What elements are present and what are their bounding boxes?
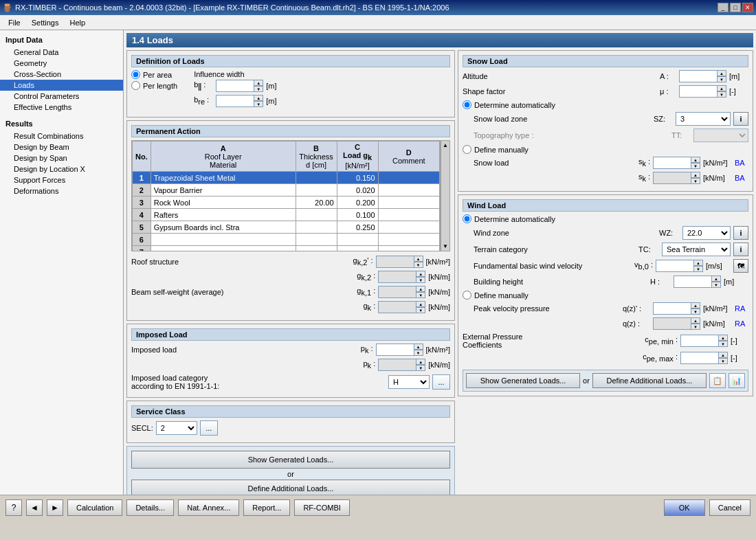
terrain-info-btn[interactable]: i bbox=[733, 243, 748, 256]
row-comment[interactable] bbox=[378, 172, 439, 184]
icon-btn-2[interactable]: 📊 bbox=[729, 373, 745, 388]
cpe-min-input[interactable]: -2.500 bbox=[680, 335, 718, 347]
ok-btn[interactable]: OK bbox=[664, 499, 705, 516]
snow-radio-auto[interactable]: Determine automatically bbox=[463, 100, 748, 109]
sk-prime-input[interactable]: 0.690 bbox=[653, 157, 691, 169]
row-material[interactable] bbox=[151, 234, 296, 246]
cancel-btn[interactable]: Cancel bbox=[709, 499, 751, 516]
wind-radio-auto[interactable]: Determine automatically bbox=[463, 214, 748, 223]
sidebar-item-support-forces[interactable]: Support Forces bbox=[0, 175, 123, 185]
table-scroll[interactable]: No. A Roof Layer Material B bbox=[131, 140, 441, 251]
sidebar-item-design-by-location[interactable]: Design by Location X bbox=[0, 164, 123, 175]
building-height-input[interactable]: 15.000 bbox=[674, 275, 711, 288]
table-row[interactable]: 6 bbox=[133, 234, 440, 246]
row-thickness[interactable] bbox=[296, 246, 337, 251]
bii-up[interactable]: ▲ bbox=[254, 80, 263, 86]
sidebar-item-result-combinations[interactable]: Result Combinations bbox=[0, 131, 123, 142]
cpe-max-spinner[interactable]: 0.200 ▲ ▼ bbox=[680, 352, 728, 364]
row-material[interactable]: Trapezoidal Sheet Metal bbox=[151, 172, 296, 184]
calculation-btn[interactable]: Calculation bbox=[67, 499, 122, 516]
shape-down[interactable]: ▼ bbox=[717, 91, 726, 98]
cpe-min-down[interactable]: ▼ bbox=[718, 341, 728, 347]
snow-zone-info-btn[interactable]: i bbox=[733, 112, 748, 126]
wind-define-additional-loads-btn[interactable]: Define Additional Loads... bbox=[592, 373, 707, 388]
row-load[interactable]: 0.020 bbox=[337, 184, 378, 196]
table-row[interactable]: 7 bbox=[133, 246, 440, 251]
row-material[interactable]: Rafters bbox=[151, 209, 296, 221]
sk-prime-spinner[interactable]: 0.690 ▲ ▼ bbox=[653, 157, 700, 169]
back-toolbar-btn[interactable]: ◄ bbox=[26, 499, 43, 516]
altitude-spinner[interactable]: 200 ▲ ▼ bbox=[679, 70, 726, 82]
row-load[interactable]: 0.100 bbox=[337, 209, 378, 221]
rf-combi-btn[interactable]: RF-COMBI bbox=[294, 499, 349, 516]
height-down[interactable]: ▼ bbox=[711, 282, 721, 288]
bre-down[interactable]: ▼ bbox=[254, 101, 263, 107]
sidebar-item-effective-lengths[interactable]: Effective Lengths bbox=[0, 102, 123, 113]
basic-wind-down[interactable]: ▼ bbox=[693, 266, 703, 272]
row-thickness[interactable] bbox=[296, 172, 337, 184]
table-row[interactable]: 5 Gypsum Boards incl. Stra 0.250 bbox=[133, 221, 440, 234]
bre-up[interactable]: ▲ bbox=[254, 95, 263, 101]
cpe-max-input[interactable]: 0.200 bbox=[680, 352, 718, 364]
building-height-spinner[interactable]: 15.000 ▲ ▼ bbox=[674, 275, 721, 288]
row-material[interactable]: Vapour Barrier bbox=[151, 184, 296, 196]
table-row[interactable]: 1 Trapezoidal Sheet Metal 0.150 bbox=[133, 172, 440, 184]
details-btn[interactable]: Details... bbox=[126, 499, 174, 516]
menu-settings[interactable]: Settings bbox=[26, 17, 65, 28]
radio-per-length[interactable]: Per length bbox=[131, 81, 177, 90]
wind-zone-info-btn[interactable]: i bbox=[733, 226, 748, 240]
table-row[interactable]: 2 Vapour Barrier 0.020 bbox=[133, 184, 440, 196]
bii-down[interactable]: ▼ bbox=[254, 86, 263, 92]
scroll-down[interactable]: ▼ bbox=[441, 242, 449, 251]
define-additional-loads-btn[interactable]: Define Additional Loads... bbox=[131, 480, 450, 495]
show-generated-loads-btn[interactable]: Show Generated Loads... bbox=[131, 451, 450, 469]
row-comment[interactable] bbox=[378, 234, 439, 246]
secl-select[interactable]: 1 2 3 bbox=[156, 421, 197, 435]
category-select[interactable]: H bbox=[388, 375, 430, 389]
category-browse-btn[interactable]: ... bbox=[432, 374, 450, 390]
radio-per-area[interactable]: Per area bbox=[131, 70, 177, 79]
row-material[interactable]: Rock Wool bbox=[151, 196, 296, 209]
bre-spinner[interactable]: 1.900 ▲ ▼ bbox=[216, 95, 263, 107]
bii-input[interactable]: 1.700 bbox=[216, 80, 254, 92]
altitude-down[interactable]: ▼ bbox=[717, 76, 726, 82]
snow-zone-select[interactable]: 3 1 2 3 bbox=[676, 112, 731, 126]
wind-show-generated-loads-btn[interactable]: Show Generated Loads... bbox=[466, 373, 580, 388]
pk-prime-spinner[interactable]: 0.000 ▲ ▼ bbox=[376, 344, 423, 356]
row-material[interactable] bbox=[151, 246, 296, 251]
pk-prime-down[interactable]: ▼ bbox=[414, 350, 423, 356]
table-row[interactable]: 3 Rock Wool 20.00 0.200 bbox=[133, 196, 440, 209]
icon-btn-1[interactable]: 📋 bbox=[709, 373, 726, 388]
menu-file[interactable]: File bbox=[3, 17, 26, 28]
wind-radio-manual[interactable]: Define manually bbox=[463, 291, 748, 300]
altitude-input[interactable]: 200 bbox=[679, 70, 717, 82]
shape-factor-input[interactable]: 0.800 bbox=[679, 85, 717, 98]
wind-vel-info-btn[interactable]: 🗺 bbox=[733, 259, 748, 273]
close-button[interactable]: ✕ bbox=[742, 3, 753, 12]
sidebar-item-design-by-span[interactable]: Design by Span bbox=[0, 153, 123, 164]
forward-toolbar-btn[interactable]: ► bbox=[47, 499, 63, 516]
row-material[interactable]: Gypsum Boards incl. Stra bbox=[151, 221, 296, 234]
sidebar-item-control-parameters[interactable]: Control Parameters bbox=[0, 91, 123, 102]
basic-wind-input[interactable]: 26.4 bbox=[656, 260, 693, 272]
bii-spinner[interactable]: 1.700 ▲ ▼ bbox=[216, 80, 263, 92]
row-load[interactable]: 0.200 bbox=[337, 196, 378, 209]
row-comment[interactable] bbox=[378, 196, 439, 209]
cpe-max-up[interactable]: ▲ bbox=[718, 352, 728, 358]
report-btn[interactable]: Report... bbox=[243, 499, 290, 516]
row-thickness[interactable]: 20.00 bbox=[296, 196, 337, 209]
table-row[interactable]: 4 Rafters 0.100 bbox=[133, 209, 440, 221]
cpe-min-up[interactable]: ▲ bbox=[718, 335, 728, 341]
cpe-min-spinner[interactable]: -2.500 ▲ ▼ bbox=[680, 335, 728, 347]
cpe-max-down[interactable]: ▼ bbox=[718, 358, 728, 364]
basic-wind-spinner[interactable]: 26.4 ▲ ▼ bbox=[656, 260, 703, 272]
sidebar-item-cross-section[interactable]: Cross-Section bbox=[0, 69, 123, 80]
sidebar-item-geometry[interactable]: Geometry bbox=[0, 58, 123, 69]
row-thickness[interactable] bbox=[296, 209, 337, 221]
row-load[interactable] bbox=[337, 234, 378, 246]
terrain-category-select[interactable]: Sea Terrain Category I Category II Categ… bbox=[662, 243, 731, 256]
menu-help[interactable]: Help bbox=[64, 17, 91, 28]
minimize-button[interactable]: _ bbox=[718, 3, 729, 12]
wind-zone-select[interactable]: 22.0 bbox=[682, 226, 731, 240]
qz-prime-up[interactable]: ▲ bbox=[691, 302, 700, 308]
